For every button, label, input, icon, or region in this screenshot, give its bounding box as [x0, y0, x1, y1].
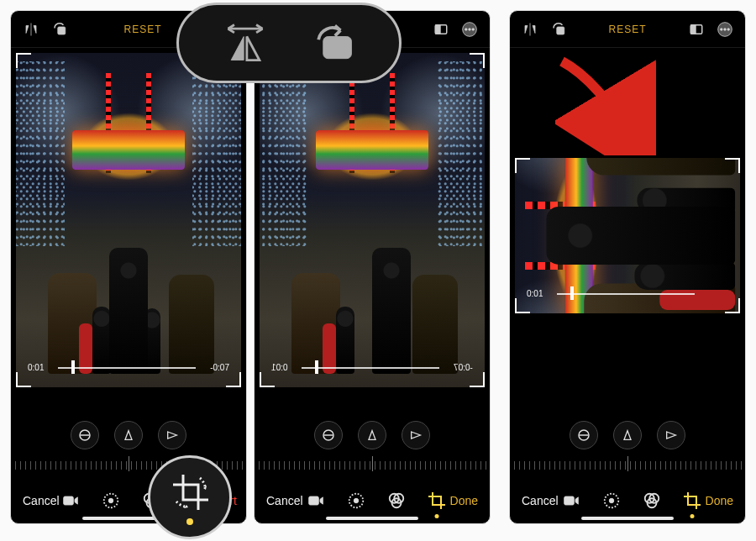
video-timeline[interactable]: 0:01 -0:07 — [28, 360, 229, 374]
vertical-perspective-button[interactable] — [358, 421, 386, 449]
flip-rotate-callout — [176, 3, 402, 83]
home-indicator[interactable] — [581, 517, 674, 520]
filters-tab-icon[interactable] — [641, 490, 663, 512]
video-tab-icon[interactable] — [560, 490, 582, 512]
svg-rect-15 — [435, 24, 440, 34]
crop-tab-icon[interactable] — [681, 490, 703, 512]
svg-rect-22 — [309, 496, 319, 505]
crop-canvas[interactable]: 0:01 -0:07 — [255, 48, 490, 416]
svg-point-17 — [465, 28, 468, 30]
remaining-time: -0:07 — [210, 363, 229, 372]
adjust-tab-icon[interactable] — [100, 490, 122, 512]
svg-point-19 — [472, 28, 475, 30]
adjust-tab-icon[interactable] — [345, 490, 367, 512]
aspect-ratio-icon[interactable] — [688, 21, 705, 38]
video-tab-icon[interactable] — [305, 490, 327, 512]
rotate-icon[interactable] — [550, 21, 567, 38]
svg-point-35 — [727, 28, 730, 30]
horizontal-perspective-button[interactable] — [657, 421, 685, 449]
rotate-icon[interactable] — [51, 21, 68, 38]
svg-rect-1 — [58, 27, 66, 34]
svg-rect-6 — [63, 496, 73, 505]
adjust-tab-icon[interactable] — [601, 490, 622, 512]
home-indicator[interactable] — [326, 517, 418, 520]
adjust-mode-row — [510, 416, 745, 453]
flip-icon[interactable] — [522, 21, 538, 38]
remaining-time: -0:07 — [454, 363, 473, 372]
svg-point-40 — [609, 498, 614, 503]
video-timeline[interactable]: 0:01 -0:07 — [271, 360, 473, 374]
video-tab-icon[interactable] — [60, 490, 81, 512]
svg-point-8 — [108, 498, 113, 503]
filters-tab-icon[interactable] — [386, 490, 407, 512]
rotation-dial[interactable] — [255, 453, 490, 478]
crop-tool-highlight — [148, 455, 232, 539]
svg-rect-45 — [323, 37, 352, 59]
video-timeline[interactable]: 0:01 — [527, 286, 728, 300]
svg-rect-31 — [690, 24, 696, 34]
svg-point-18 — [469, 28, 471, 30]
video-preview-rotated[interactable]: 0:01 — [515, 158, 740, 313]
svg-rect-38 — [564, 496, 575, 505]
horizontal-perspective-button[interactable] — [158, 421, 186, 449]
svg-rect-29 — [557, 27, 564, 34]
svg-point-34 — [724, 28, 727, 30]
adjust-mode-row — [255, 416, 490, 453]
vertical-perspective-button[interactable] — [114, 421, 143, 449]
crop-canvas[interactable]: 0:01 -0:07 — [11, 48, 246, 416]
done-button[interactable]: Done — [706, 494, 733, 507]
rotate-ccw-icon — [309, 19, 356, 66]
vertical-perspective-button[interactable] — [613, 421, 642, 449]
aspect-ratio-icon[interactable] — [433, 21, 449, 38]
flip-horizontal-icon — [222, 19, 269, 66]
reset-button[interactable]: RESET — [608, 24, 646, 35]
cancel-button[interactable]: Cancel — [522, 494, 559, 507]
phone-screenshot-3: RESET — [509, 10, 746, 524]
active-tab-indicator — [186, 518, 193, 525]
crop-topbar: RESET — [510, 11, 745, 48]
reset-button[interactable]: RESET — [123, 24, 161, 35]
crop-tab-icon[interactable] — [426, 490, 448, 512]
svg-point-33 — [721, 28, 723, 30]
cancel-button[interactable]: Cancel — [23, 494, 60, 507]
cancel-button[interactable]: Cancel — [266, 494, 303, 507]
done-button[interactable]: Done — [450, 494, 478, 507]
video-preview[interactable]: 0:01 -0:07 — [16, 53, 241, 387]
annotation-arrow — [555, 55, 656, 155]
more-icon[interactable] — [461, 21, 478, 38]
video-preview-flipped[interactable]: 0:01 -0:07 — [260, 53, 485, 387]
more-icon[interactable] — [717, 21, 733, 38]
straighten-button[interactable] — [570, 421, 598, 449]
elapsed-time: 0:01 — [271, 363, 287, 372]
elapsed-time: 0:01 — [527, 289, 543, 298]
phone-screenshot-2: RESET 0:01 — [254, 10, 491, 524]
flip-icon[interactable] — [23, 21, 39, 38]
svg-point-24 — [354, 498, 359, 503]
horizontal-perspective-button[interactable] — [402, 421, 430, 449]
elapsed-time: 0:01 — [28, 363, 44, 372]
straighten-button[interactable] — [71, 421, 99, 449]
phone-screenshot-1: RESET — [10, 10, 247, 524]
adjust-mode-row — [11, 416, 246, 453]
straighten-button[interactable] — [314, 421, 343, 449]
rotation-dial[interactable] — [510, 453, 745, 478]
